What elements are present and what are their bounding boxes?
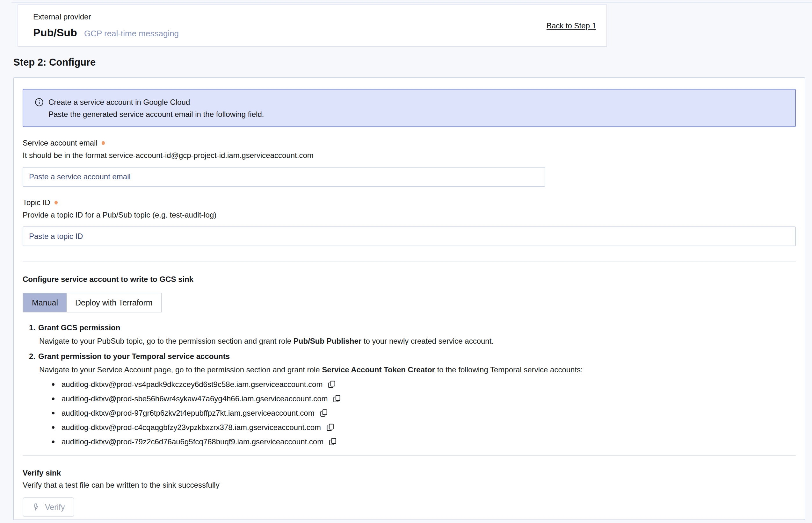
- list-item: auditlog-dktxv@prod-97gr6tp6zkv2t4epubff…: [52, 408, 796, 418]
- list-item: auditlog-dktxv@prod-vs4padk9dkczcey6d6st…: [52, 379, 796, 390]
- copy-button[interactable]: [326, 423, 335, 432]
- service-account-email-label: Service account email: [23, 139, 796, 147]
- tab-deploy-terraform[interactable]: Deploy with Terraform: [67, 293, 161, 312]
- provider-info: External provider Pub/Sub GCP real-time …: [33, 13, 179, 39]
- copy-icon: [329, 437, 337, 446]
- page-title: Step 2: Configure: [13, 57, 95, 68]
- copy-button[interactable]: [320, 409, 329, 418]
- service-account-email-helper: It should be in the format service-accou…: [23, 151, 796, 160]
- verify-sink-heading: Verify sink: [23, 469, 796, 477]
- info-icon: [35, 98, 44, 107]
- lightning-icon: [32, 503, 40, 511]
- topic-id-label-text: Topic ID: [23, 198, 50, 207]
- bullet-icon: [52, 426, 54, 429]
- verify-button[interactable]: Verify: [23, 497, 74, 517]
- step-body-text: Navigate to your Service Account page, g…: [39, 365, 322, 374]
- copy-button[interactable]: [333, 394, 342, 403]
- service-account-email: auditlog-dktxv@prod-c4cqaqgbfzy23vpzkbxz…: [61, 423, 321, 432]
- instruction-step-1: 1.Grant GCS permission Navigate to your …: [23, 323, 796, 346]
- required-indicator: [102, 141, 105, 145]
- copy-button[interactable]: [329, 437, 337, 446]
- provider-name-row: Pub/Sub GCP real-time messaging: [33, 26, 179, 39]
- step-body-text: to the following Temporal service accoun…: [435, 365, 583, 374]
- service-account-email: auditlog-dktxv@prod-97gr6tp6zkv2t4epubff…: [61, 409, 315, 418]
- verify-button-label: Verify: [45, 503, 65, 512]
- section-divider: [23, 455, 796, 456]
- instruction-step-2-body: Navigate to your Service Account page, g…: [23, 365, 796, 374]
- topic-id-helper: Provide a topic ID for a Pub/Sub topic (…: [23, 211, 796, 219]
- step-title-text: Grant GCS permission: [38, 323, 120, 332]
- role-name: Pub/Sub Publisher: [294, 337, 361, 345]
- service-account-email: auditlog-dktxv@prod-vs4padk9dkczcey6d6st…: [61, 380, 322, 389]
- provider-name: Pub/Sub: [33, 26, 77, 39]
- configure-sink-heading: Configure service account to write to GC…: [23, 275, 796, 284]
- role-name: Service Account Token Creator: [322, 365, 435, 374]
- info-banner: Create a service account in Google Cloud…: [23, 89, 796, 127]
- header-bottom-rule: [12, 2, 812, 3]
- service-account-list: auditlog-dktxv@prod-vs4padk9dkczcey6d6st…: [23, 379, 796, 447]
- info-banner-title-row: Create a service account in Google Cloud: [35, 98, 795, 107]
- list-item: auditlog-dktxv@prod-c4cqaqgbfzy23vpzkbxz…: [52, 422, 796, 433]
- service-account-email: auditlog-dktxv@prod-79z2c6d76au6g5fcq768…: [61, 437, 323, 446]
- step-number: 2.: [29, 352, 35, 361]
- provider-tagline: GCP real-time messaging: [84, 29, 179, 38]
- provider-card: External provider Pub/Sub GCP real-time …: [18, 4, 607, 47]
- service-account-email-label-text: Service account email: [23, 139, 98, 147]
- instruction-step-1-body: Navigate to your PubSub topic, go to the…: [23, 337, 796, 346]
- section-divider: [23, 261, 796, 262]
- step-body-text: to your newly created service account.: [361, 337, 494, 345]
- list-item: auditlog-dktxv@prod-79z2c6d76au6g5fcq768…: [52, 437, 796, 447]
- bullet-icon: [52, 412, 54, 414]
- copy-icon: [333, 394, 342, 403]
- copy-button[interactable]: [328, 380, 337, 389]
- info-banner-title: Create a service account in Google Cloud: [49, 98, 190, 107]
- tab-manual[interactable]: Manual: [23, 293, 67, 312]
- instruction-step-1-title: 1.Grant GCS permission: [23, 323, 796, 332]
- copy-icon: [328, 380, 337, 389]
- copy-icon: [326, 423, 335, 432]
- instruction-step-2-title: 2.Grant permission to your Temporal serv…: [23, 352, 796, 361]
- instruction-step-2: 2.Grant permission to your Temporal serv…: [23, 352, 796, 374]
- step-body-text: Navigate to your PubSub topic, go to the…: [39, 337, 294, 345]
- list-item: auditlog-dktxv@prod-sbe56h6wr4sykaw47a6y…: [52, 394, 796, 404]
- bullet-icon: [52, 440, 54, 443]
- topic-id-label: Topic ID: [23, 198, 796, 207]
- provider-eyebrow: External provider: [33, 13, 179, 21]
- configure-card: Create a service account in Google Cloud…: [13, 77, 805, 520]
- verify-sink-helper: Verify that a test file can be written t…: [23, 481, 796, 490]
- back-to-step1-link[interactable]: Back to Step 1: [547, 21, 596, 30]
- service-account-email-input[interactable]: [23, 167, 545, 187]
- service-account-email: auditlog-dktxv@prod-sbe56h6wr4sykaw47a6y…: [61, 394, 328, 403]
- required-indicator: [54, 201, 58, 204]
- bullet-icon: [52, 397, 54, 400]
- step-title-text: Grant permission to your Temporal servic…: [38, 352, 230, 361]
- info-banner-body: Paste the generated service account emai…: [49, 110, 795, 119]
- bullet-icon: [52, 383, 54, 386]
- copy-icon: [320, 409, 329, 418]
- sink-config-tabs: Manual Deploy with Terraform: [23, 293, 162, 312]
- topic-id-input[interactable]: [23, 227, 796, 246]
- step-number: 1.: [29, 323, 35, 332]
